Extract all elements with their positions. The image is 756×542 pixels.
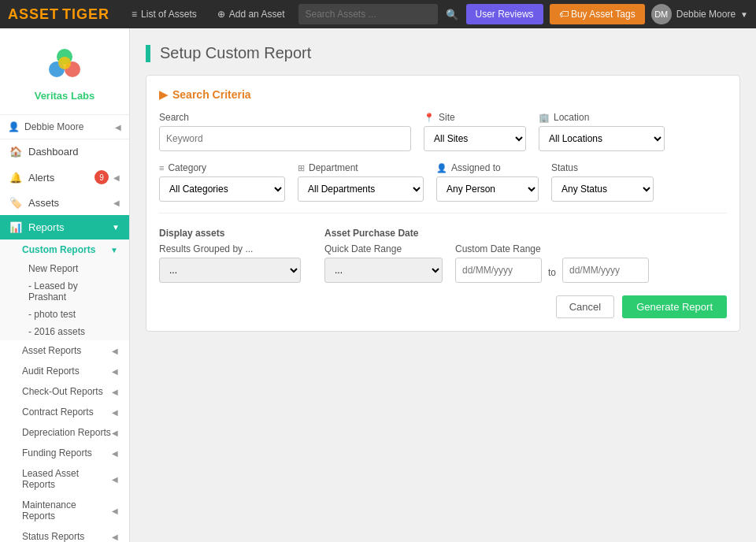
assigned-to-group: 👤 Assigned to Any Person bbox=[436, 162, 539, 202]
sidebar-item-assets-label: Assets bbox=[28, 197, 59, 209]
quick-date-select[interactable]: ... bbox=[324, 258, 443, 283]
sidebar-item-dashboard[interactable]: 🏠 Dashboard bbox=[0, 139, 129, 164]
top-nav-right: User Reviews 🏷 Buy Asset Tags DM Debbie … bbox=[466, 4, 748, 24]
submenu-new-report[interactable]: New Report bbox=[0, 260, 129, 277]
status-label: Status bbox=[551, 162, 654, 173]
location-icon: 🏢 bbox=[539, 113, 550, 123]
submenu-funding-reports[interactable]: Funding Reports ◀ bbox=[0, 443, 129, 463]
layout: Veritas Labs 👤 Debbie Moore ◀ 🏠 Dashboar… bbox=[0, 28, 756, 542]
location-label: 🏢 Location bbox=[539, 112, 665, 123]
list-assets-link[interactable]: ≡ List of Assets bbox=[125, 0, 203, 28]
search-criteria-header[interactable]: ▶ Search Criteria bbox=[159, 88, 727, 101]
submenu-maintenance-reports[interactable]: Maintenance Reports ◀ bbox=[0, 495, 129, 526]
title-accent bbox=[146, 45, 150, 62]
cancel-button[interactable]: Cancel bbox=[556, 295, 614, 318]
sidebar-item-assets[interactable]: 🏷️ Assets ◀ bbox=[0, 191, 129, 215]
purchase-date-section: Asset Purchase Date Quick Date Range ...… bbox=[324, 223, 649, 283]
department-label: ⊞ Department bbox=[298, 162, 424, 173]
department-select[interactable]: All Departments bbox=[298, 176, 424, 202]
chevron-left-icon2: ◀ bbox=[113, 173, 120, 182]
chevron-right-icon: ◀ bbox=[112, 347, 118, 355]
submenu-contract-reports[interactable]: Contract Reports ◀ bbox=[0, 402, 129, 422]
submenu-audit-reports[interactable]: Audit Reports ◀ bbox=[0, 361, 129, 381]
sidebar-item-alerts[interactable]: 🔔 Alerts 9 ◀ bbox=[0, 164, 129, 191]
submenu-2016-assets[interactable]: - 2016 assets bbox=[0, 323, 129, 340]
status-group: Status Any Status bbox=[551, 162, 654, 202]
site-icon: 📍 bbox=[424, 113, 435, 123]
chevron-right-icon9: ◀ bbox=[112, 533, 118, 541]
category-label: ≡ Category bbox=[159, 162, 285, 173]
sidebar-user[interactable]: 👤 Debbie Moore ◀ bbox=[0, 115, 129, 139]
add-asset-link[interactable]: ⊕ Add an Asset bbox=[211, 0, 291, 28]
search-criteria-label: Search Criteria bbox=[172, 88, 251, 101]
department-icon: ⊞ bbox=[298, 163, 305, 173]
site-select[interactable]: All Sites bbox=[424, 126, 526, 151]
submenu-checkout-reports[interactable]: Check-Out Reports ◀ bbox=[0, 381, 129, 402]
user-icon: 👤 bbox=[8, 121, 20, 132]
global-search-input[interactable] bbox=[298, 4, 437, 24]
display-assets-section: Display assets Results Grouped by ... ..… bbox=[159, 223, 301, 283]
generate-report-button[interactable]: Generate Report bbox=[622, 295, 727, 318]
top-nav: ASSETTIGER ≡ List of Assets ⊕ Add an Ass… bbox=[0, 0, 756, 28]
custom-date-label: Custom Date Range bbox=[455, 243, 649, 254]
location-select[interactable]: All Locations bbox=[539, 126, 665, 151]
org-section: Veritas Labs bbox=[0, 28, 129, 115]
chevron-down-icon2: ▼ bbox=[112, 223, 120, 232]
site-group: 📍 Site All Sites bbox=[424, 112, 526, 151]
dashboard-icon: 🏠 bbox=[9, 146, 22, 158]
report-form-card: ▶ Search Criteria Search 📍 Site bbox=[146, 75, 740, 332]
sidebar-username: Debbie Moore bbox=[24, 121, 83, 132]
submenu-asset-reports[interactable]: Asset Reports ◀ bbox=[0, 340, 129, 361]
custom-date-col: Custom Date Range to bbox=[455, 243, 649, 283]
add-asset-label: Add an Asset bbox=[229, 9, 285, 20]
results-grouped-select[interactable]: ... bbox=[159, 258, 301, 283]
list-assets-label: List of Assets bbox=[141, 9, 197, 20]
date-to-input[interactable] bbox=[562, 258, 649, 283]
quick-date-col: Quick Date Range ... bbox=[324, 243, 443, 283]
submenu-leased-prashant[interactable]: - Leased by Prashant bbox=[0, 277, 129, 306]
category-select[interactable]: All Categories bbox=[159, 176, 285, 202]
form-row-2: ≡ Category All Categories ⊞ Department A… bbox=[159, 162, 727, 202]
search-icon: 🔍 bbox=[446, 9, 458, 20]
department-group: ⊞ Department All Departments bbox=[298, 162, 424, 202]
logo-text: ASSET bbox=[8, 6, 59, 23]
display-assets-label: Display assets bbox=[159, 228, 301, 239]
display-row: Display assets Results Grouped by ... ..… bbox=[159, 223, 727, 283]
submenu-photo-test[interactable]: - photo test bbox=[0, 306, 129, 323]
avatar: DM bbox=[651, 4, 672, 24]
chevron-right-icon6: ◀ bbox=[112, 449, 118, 458]
sidebar: Veritas Labs 👤 Debbie Moore ◀ 🏠 Dashboar… bbox=[0, 28, 130, 542]
status-select[interactable]: Any Status bbox=[551, 176, 654, 202]
submenu-depreciation-reports[interactable]: Depreciation Reports ◀ bbox=[0, 422, 129, 443]
submenu-status-reports[interactable]: Status Reports ◀ bbox=[0, 526, 129, 542]
chevron-down-icon: ▼ bbox=[740, 10, 748, 19]
location-group: 🏢 Location All Locations bbox=[539, 112, 665, 151]
search-label: Search bbox=[159, 112, 411, 123]
list-icon: ≡ bbox=[132, 9, 137, 20]
chevron-right-icon4: ◀ bbox=[112, 408, 118, 417]
search-group: Search bbox=[159, 112, 411, 151]
chevron-right-icon5: ◀ bbox=[112, 429, 118, 437]
assigned-to-select[interactable]: Any Person bbox=[436, 176, 539, 202]
submenu-leased-reports[interactable]: Leased Asset Reports ◀ bbox=[0, 463, 129, 495]
reports-icon: 📊 bbox=[9, 221, 22, 233]
submenu-custom-reports[interactable]: Custom Reports ▼ bbox=[0, 239, 129, 260]
user-reviews-button[interactable]: User Reviews bbox=[466, 4, 543, 24]
buy-tags-button[interactable]: 🏷 Buy Asset Tags bbox=[550, 4, 645, 24]
main-content: Setup Custom Report ▶ Search Criteria Se… bbox=[130, 28, 756, 542]
custom-reports-label: Custom Reports bbox=[22, 244, 95, 255]
search-input[interactable] bbox=[159, 126, 411, 151]
chevron-left-icon3: ◀ bbox=[113, 199, 120, 207]
user-menu[interactable]: DM Debbie Moore ▼ bbox=[651, 4, 748, 24]
app-logo: ASSETTIGER bbox=[8, 6, 109, 23]
assigned-to-label: 👤 Assigned to bbox=[436, 162, 539, 173]
chevron-right-icon8: ◀ bbox=[112, 507, 118, 515]
action-row: Cancel Generate Report bbox=[159, 295, 727, 318]
custom-reports-submenu: Custom Reports ▼ New Report - Leased by … bbox=[0, 239, 129, 340]
results-grouped-label: Results Grouped by ... bbox=[159, 243, 301, 254]
date-from-input[interactable] bbox=[455, 258, 542, 283]
to-label: to bbox=[548, 267, 556, 283]
sidebar-item-reports[interactable]: 📊 Reports ▼ bbox=[0, 215, 129, 239]
form-row-1: Search 📍 Site All Sites 🏢 bbox=[159, 112, 727, 151]
chevron-right-icon3: ◀ bbox=[112, 388, 118, 396]
